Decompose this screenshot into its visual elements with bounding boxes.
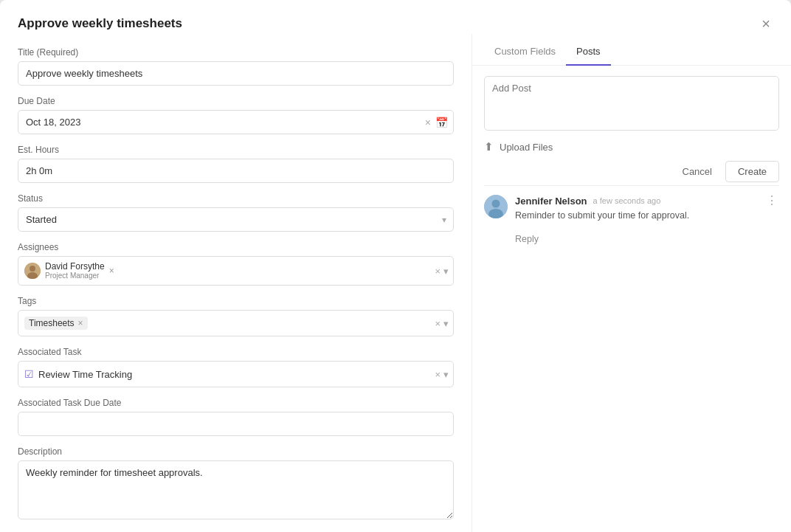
assignees-actions: × ▾ [435, 266, 449, 276]
comment-time: a few seconds ago [593, 196, 661, 205]
expand-assignees-button[interactable]: ▾ [443, 266, 449, 276]
est-hours-label: Est. Hours [18, 145, 454, 155]
tag-value: Timesheets [29, 318, 75, 328]
tab-posts[interactable]: Posts [566, 37, 611, 66]
est-hours-group: Est. Hours [18, 145, 454, 183]
associated-task-inner: ☑ Review Time Tracking [24, 368, 132, 380]
modal-header: Approve weekly timesheets × [0, 0, 791, 34]
svg-point-1 [30, 266, 35, 272]
tag-chip: Timesheets × [24, 317, 88, 330]
tabs-bar: Custom Fields Posts [472, 34, 791, 66]
close-button[interactable]: × [759, 13, 773, 34]
associated-task-select-box[interactable]: ☑ Review Time Tracking × ▾ [18, 361, 454, 387]
modal-title: Approve weekly timesheets [18, 16, 182, 31]
tags-select-box[interactable]: Timesheets × × ▾ [18, 310, 454, 336]
due-date-wrapper: × 📅 [18, 110, 454, 134]
reply-label[interactable]: Reply [515, 234, 539, 244]
upload-files-label: Upload Files [500, 142, 553, 153]
remove-tag-button[interactable]: × [78, 319, 83, 328]
tags-group: Tags Timesheets × × ▾ [18, 296, 454, 336]
assignee-chip: David Forsythe Project Manager × [24, 261, 114, 280]
description-group: Description Weekly reminder for timeshee… [18, 446, 454, 522]
assoc-due-date-label: Associated Task Due Date [18, 398, 454, 408]
modal-body: Title (Required) Due Date × 📅 Est. Hours [0, 34, 791, 532]
comment-body: Jennifer Nelson a few seconds ago ⋮ Remi… [515, 195, 779, 223]
expand-assoc-task-button[interactable]: ▾ [443, 370, 449, 379]
task-icon: ☑ [24, 368, 34, 380]
tags-label: Tags [18, 296, 454, 306]
description-textarea[interactable]: Weekly reminder for timesheet approvals. [18, 460, 454, 519]
associated-task-label: Associated Task [18, 347, 454, 357]
comment-options-button[interactable]: ⋮ [764, 195, 779, 207]
assoc-due-date-group: Associated Task Due Date [18, 398, 454, 436]
associated-task-group: Associated Task ☑ Review Time Tracking ×… [18, 347, 454, 387]
comment-header: Jennifer Nelson a few seconds ago ⋮ [515, 195, 779, 207]
posts-tab-content: ⬆ Upload Files Cancel Create [472, 66, 791, 532]
assignees-label: Assignees [18, 242, 454, 252]
remove-assignee-button[interactable]: × [109, 266, 114, 275]
tab-custom-fields[interactable]: Custom Fields [484, 37, 566, 66]
reply-row: Reply [484, 233, 779, 244]
due-date-group: Due Date × 📅 [18, 96, 454, 134]
assignees-select-box[interactable]: David Forsythe Project Manager × × ▾ [18, 256, 454, 286]
tags-actions: × ▾ [435, 319, 449, 328]
status-group: Status Not Started Started In Progress C… [18, 193, 454, 232]
date-icons: × 📅 [425, 117, 448, 128]
clear-tags-button[interactable]: × [435, 319, 441, 328]
right-panel: Custom Fields Posts ⬆ Upload Files Cance… [472, 34, 791, 532]
assoc-due-date-input[interactable] [18, 412, 454, 436]
status-select-wrapper: Not Started Started In Progress Complete… [18, 207, 454, 232]
svg-point-4 [492, 200, 500, 208]
modal: Approve weekly timesheets × Title (Requi… [0, 0, 791, 532]
clear-date-button[interactable]: × [425, 117, 431, 128]
assignee-name: David Forsythe [45, 261, 105, 272]
due-date-label: Due Date [18, 96, 454, 106]
due-date-input[interactable] [18, 110, 454, 134]
expand-tags-button[interactable]: ▾ [443, 319, 449, 328]
comment-meta: Jennifer Nelson a few seconds ago [515, 196, 660, 207]
associated-task-value: Review Time Tracking [38, 369, 132, 380]
create-button[interactable]: Create [725, 161, 779, 182]
comment-row: Jennifer Nelson a few seconds ago ⋮ Remi… [484, 195, 779, 223]
assignee-role: Project Manager [45, 272, 105, 280]
comment-text: Reminder to submit your time for approva… [515, 209, 779, 223]
status-select[interactable]: Not Started Started In Progress Complete… [18, 207, 454, 232]
upload-icon: ⬆ [484, 140, 494, 153]
status-label: Status [18, 193, 454, 204]
assoc-task-actions: × ▾ [435, 370, 449, 379]
title-input[interactable] [18, 61, 454, 86]
clear-assoc-task-button[interactable]: × [435, 370, 441, 379]
divider [484, 185, 779, 186]
post-actions: Cancel Create [484, 161, 779, 182]
assignees-group: Assignees David Forsythe Project [18, 242, 454, 286]
title-group: Title (Required) [18, 47, 454, 86]
title-label: Title (Required) [18, 47, 454, 58]
left-panel: Title (Required) Due Date × 📅 Est. Hours [0, 34, 472, 532]
est-hours-input[interactable] [18, 159, 454, 183]
add-post-textarea[interactable] [484, 76, 779, 131]
comment-author: Jennifer Nelson [515, 196, 587, 207]
upload-files-row[interactable]: ⬆ Upload Files [484, 140, 779, 153]
calendar-icon-button[interactable]: 📅 [435, 117, 448, 128]
description-label: Description [18, 446, 454, 457]
assignee-avatar [24, 263, 41, 279]
cancel-button[interactable]: Cancel [675, 161, 719, 182]
comment-avatar [484, 195, 508, 218]
assignee-info: David Forsythe Project Manager [45, 261, 105, 280]
clear-assignees-button[interactable]: × [435, 266, 441, 276]
